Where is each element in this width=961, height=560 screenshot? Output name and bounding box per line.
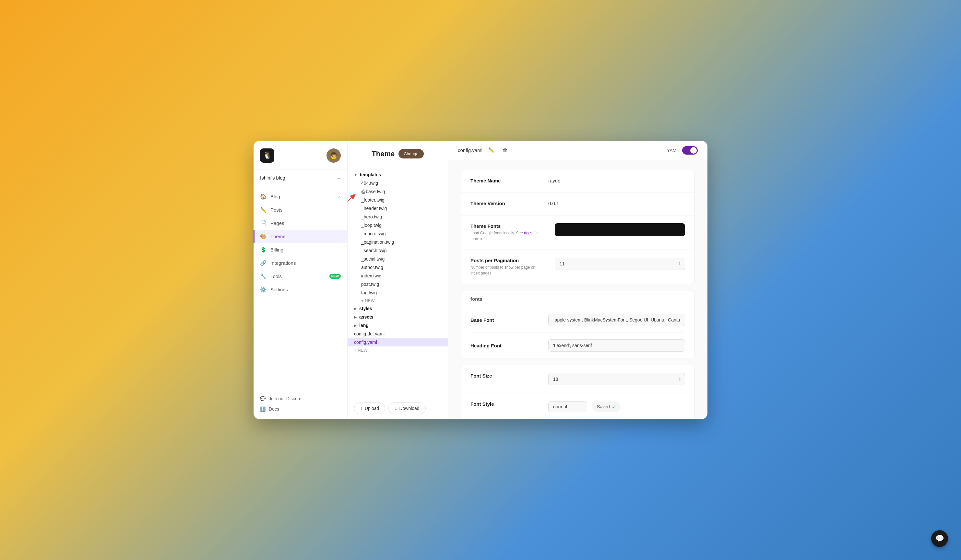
discord-icon: 💬 bbox=[260, 396, 265, 401]
delete-file-button[interactable]: 🗑 bbox=[501, 146, 510, 155]
trash-icon: 🗑 bbox=[503, 148, 508, 153]
file-index-twig[interactable]: index.twig bbox=[347, 271, 448, 280]
sidebar-item-posts[interactable]: ✏️ Posts bbox=[254, 203, 347, 217]
font-style-value-col: Saved ✓ bbox=[548, 401, 685, 412]
sidebar-item-integrations[interactable]: 🔗 Integrations bbox=[254, 256, 347, 270]
main-nav: 🏠 Blog ↗ ✏️ Posts 📄 Pages 🎨 Theme 💲 Bill… bbox=[254, 186, 347, 388]
file-base-twig[interactable]: @base.twig bbox=[347, 187, 448, 196]
theme-version-label: Theme Version bbox=[471, 201, 535, 206]
font-size-value-col: 18 14 16 20 bbox=[548, 373, 685, 385]
heading-font-input[interactable] bbox=[548, 339, 685, 351]
heading-font-row: Heading Font bbox=[471, 333, 685, 358]
file-tag-twig[interactable]: tag.twig bbox=[347, 289, 448, 297]
font-style-input[interactable] bbox=[548, 401, 587, 412]
external-link-icon: ↗ bbox=[337, 194, 341, 199]
sidebar: 🐧 👨 Ishini's blog ⌄ 🏠 Blog ↗ ✏️ Posts 📄 … bbox=[254, 141, 347, 419]
upload-button[interactable]: ↑ Upload bbox=[354, 403, 385, 414]
file-author-twig[interactable]: author.twig bbox=[347, 263, 448, 271]
theme-icon: 🎨 bbox=[260, 233, 267, 239]
integrations-icon: 🔗 bbox=[260, 260, 267, 266]
file-config-yaml[interactable]: config.yaml bbox=[347, 338, 448, 347]
download-button[interactable]: ↓ Download bbox=[389, 403, 425, 414]
theme-version-value: 0.0.1 bbox=[548, 201, 559, 206]
theme-name-label: Theme Name bbox=[471, 178, 535, 183]
sidebar-footer: 💬 Join our Discord ℹ️ Docs bbox=[254, 388, 347, 419]
download-icon: ↓ bbox=[395, 406, 397, 411]
file-social-twig[interactable]: _social.twig bbox=[347, 255, 448, 263]
base-font-input[interactable] bbox=[548, 314, 685, 326]
sidebar-item-pages[interactable]: 📄 Pages bbox=[254, 217, 347, 230]
file-header-twig[interactable]: _header.twig bbox=[347, 204, 448, 213]
posts-per-page-wrapper: 11 5 10 15 20 bbox=[555, 258, 685, 270]
theme-name-value-col: raydo bbox=[548, 178, 685, 183]
file-config-def-yaml[interactable]: config.def.yaml bbox=[347, 330, 448, 338]
main-content: config.yaml ✏️ 🗑 YAML Theme Name bbox=[448, 141, 707, 419]
edit-file-button[interactable]: ✏️ bbox=[486, 146, 497, 155]
sidebar-item-tools[interactable]: 🔧 Tools NEW bbox=[254, 270, 347, 283]
expand-arrow-styles: ▶ bbox=[354, 307, 357, 310]
file-loop-twig[interactable]: _loop.twig bbox=[347, 221, 448, 229]
posts-pagination-value-col: 11 5 10 15 20 bbox=[555, 258, 685, 270]
new-root-file-button[interactable]: + NEW bbox=[347, 347, 448, 354]
chevron-down-icon: ⌄ bbox=[337, 175, 341, 181]
heading-font-label: Heading Font bbox=[471, 343, 535, 348]
font-size-row: Font Size 18 14 16 20 bbox=[461, 365, 694, 393]
upload-icon: ↑ bbox=[360, 406, 363, 411]
heading-font-value bbox=[548, 339, 685, 351]
blog-icon: 🏠 bbox=[260, 194, 267, 200]
file-hero-twig[interactable]: _hero.twig bbox=[347, 213, 448, 221]
theme-name-value: raydo bbox=[548, 178, 561, 183]
change-theme-button[interactable]: Change bbox=[399, 149, 424, 159]
posts-icon: ✏️ bbox=[260, 207, 267, 213]
base-font-label: Base Font bbox=[471, 317, 535, 323]
user-avatar[interactable]: 👨 bbox=[326, 148, 341, 163]
discord-link[interactable]: 💬 Join our Discord bbox=[260, 393, 341, 404]
posts-pagination-row: Posts per Pagination Number of posts to … bbox=[461, 250, 694, 284]
yaml-toggle[interactable] bbox=[682, 146, 698, 155]
config-body: Theme Name raydo Theme Version 0.0.1 bbox=[448, 160, 707, 419]
sidebar-item-theme[interactable]: 🎨 Theme bbox=[254, 230, 347, 243]
sidebar-item-billing[interactable]: 💲 Billing bbox=[254, 243, 347, 256]
expand-arrow-lang: ▶ bbox=[354, 324, 357, 327]
info-icon: ℹ️ bbox=[260, 406, 265, 412]
font-size-label-col: Font Size bbox=[471, 373, 535, 380]
theme-name-row: Theme Name raydo bbox=[461, 170, 694, 193]
saved-badge: Saved ✓ bbox=[592, 401, 620, 412]
new-template-button[interactable]: + NEW bbox=[347, 297, 448, 304]
folder-templates[interactable]: ▼ templates bbox=[347, 170, 448, 179]
file-footer-twig[interactable]: _footer.twig bbox=[347, 196, 448, 204]
toolbar-left: config.yaml ✏️ 🗑 bbox=[458, 146, 510, 155]
theme-fonts-label: Theme Fonts bbox=[471, 223, 542, 229]
docs-link-inline[interactable]: docs bbox=[524, 231, 532, 235]
posts-pagination-desc: Number of posts to show per page on inde… bbox=[471, 265, 542, 276]
tools-icon: 🔧 bbox=[260, 273, 267, 279]
theme-fonts-input[interactable] bbox=[555, 223, 685, 236]
folder-styles[interactable]: ▶ styles bbox=[347, 304, 448, 313]
file-404-twig[interactable]: 404.twig bbox=[347, 179, 448, 187]
file-macro-twig[interactable]: _macro.twig bbox=[347, 229, 448, 238]
theme-fonts-row: Theme Fonts Load Google fonts locally. S… bbox=[461, 215, 694, 250]
chat-button[interactable]: 💬 bbox=[931, 530, 948, 547]
filetree-title: Theme bbox=[371, 150, 395, 158]
theme-name-label-col: Theme Name bbox=[471, 178, 535, 185]
file-post-twig[interactable]: post.twig bbox=[347, 280, 448, 289]
sidebar-item-settings[interactable]: ⚙️ Settings bbox=[254, 283, 347, 296]
app-logo: 🐧 bbox=[260, 148, 274, 163]
theme-fonts-label-col: Theme Fonts Load Google fonts locally. S… bbox=[471, 223, 542, 242]
font-size-select[interactable]: 18 14 16 20 bbox=[548, 373, 685, 385]
site-name-selector[interactable]: Ishini's blog ⌄ bbox=[254, 170, 347, 186]
fonts-inner: Base Font Heading Font bbox=[461, 307, 694, 358]
folder-lang[interactable]: ▶ lang bbox=[347, 321, 448, 330]
file-pagination-twig[interactable]: _pagination.twig bbox=[347, 238, 448, 246]
chat-icon: 💬 bbox=[935, 534, 944, 543]
main-toolbar: config.yaml ✏️ 🗑 YAML bbox=[448, 141, 707, 160]
posts-pagination-label-col: Posts per Pagination Number of posts to … bbox=[471, 258, 542, 276]
font-style-row: Font Style Saved ✓ bbox=[461, 393, 694, 419]
theme-version-label-col: Theme Version bbox=[471, 201, 535, 207]
folder-assets[interactable]: ▶ assets bbox=[347, 313, 448, 321]
docs-link[interactable]: ℹ️ Docs bbox=[260, 404, 341, 414]
posts-per-page-select[interactable]: 11 5 10 15 20 bbox=[555, 258, 685, 270]
file-search-twig[interactable]: _search.twig bbox=[347, 246, 448, 255]
settings-icon: ⚙️ bbox=[260, 287, 267, 293]
sidebar-item-blog[interactable]: 🏠 Blog ↗ bbox=[254, 190, 347, 203]
